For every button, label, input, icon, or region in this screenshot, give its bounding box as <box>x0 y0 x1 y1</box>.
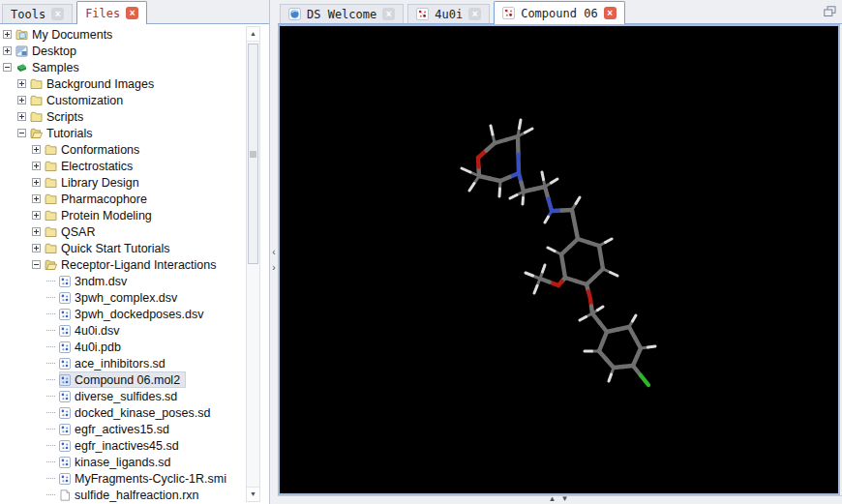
folder-open-icon <box>45 259 57 271</box>
tree-connector <box>46 346 55 347</box>
my-documents-icon <box>15 29 28 41</box>
expand-plus-icon[interactable] <box>32 178 41 187</box>
expand-plus-icon[interactable] <box>32 227 41 236</box>
tree-connector <box>46 330 55 331</box>
molecule-file-icon <box>59 309 71 320</box>
tree-item-quick-start-tutorials[interactable]: Quick Start Tutorials <box>0 240 269 256</box>
tree-item-my-documents[interactable]: My Documents <box>0 26 269 43</box>
horizontal-splitter[interactable]: ▴ ▾ <box>278 495 842 504</box>
tree-connector <box>46 494 55 495</box>
float-window-icon[interactable] <box>824 6 836 17</box>
tab-label: DS Welcome <box>307 8 376 21</box>
folder-icon <box>45 243 57 254</box>
tree-scrollbar[interactable]: ▲ ▼ <box>246 26 260 502</box>
tree-connector <box>46 478 55 479</box>
panel-tab-files[interactable]: Files× <box>76 1 147 24</box>
tree-item-pharmacophore[interactable]: Pharmacophore <box>0 191 269 207</box>
tree-item-qsar[interactable]: QSAR <box>0 223 269 240</box>
tree-item-diverse-sulfides-sd[interactable]: diverse_sulfides.sd <box>0 388 269 404</box>
tree-item-label: docked_kinase_poses.sd <box>75 406 210 420</box>
collapse-down-icon[interactable]: ▾ <box>562 493 570 503</box>
tree-item-label: sulfide_halfreaction.rxn <box>75 489 199 502</box>
tree-item-receptor-ligand-interactions[interactable]: Receptor-Ligand Interactions <box>0 256 269 273</box>
expand-plus-icon[interactable] <box>3 30 12 39</box>
molecule-file-icon <box>59 440 71 452</box>
tree-item-protein-modeling[interactable]: Protein Modeling <box>0 207 269 223</box>
tree-item-label: 3pwh_complex.dsv <box>75 291 177 305</box>
close-tab-icon[interactable]: × <box>468 8 481 20</box>
molecule-file-icon <box>59 391 71 402</box>
tree-item-label: Protein Modeling <box>61 209 152 222</box>
tree-item-samples[interactable]: Samples <box>0 59 269 75</box>
close-tab-icon[interactable]: × <box>382 8 395 20</box>
collapse-minus-icon[interactable] <box>17 129 26 137</box>
folder-icon <box>45 193 57 205</box>
tree-item-label: diverse_sulfides.sd <box>75 390 177 403</box>
scrollbar-thumb[interactable] <box>248 44 258 264</box>
tree-item-3ndm-dsv[interactable]: 3ndm.dsv <box>0 273 269 289</box>
tree-item-background-images[interactable]: Background Images <box>0 75 269 92</box>
document-tab-compound-06[interactable]: Compound 06× <box>494 1 624 24</box>
tree-item-customization[interactable]: Customization <box>0 92 269 108</box>
tree-item-sulfide-halfreaction-rxn[interactable]: sulfide_halfreaction.rxn <box>0 487 269 503</box>
tree-item-4u0i-dsv[interactable]: 4u0i.dsv <box>0 322 269 339</box>
tree-item-myfragments-cyclic-1r-smi[interactable]: MyFragments-Cyclic-1R.smi <box>0 470 269 487</box>
samples-icon <box>15 62 28 74</box>
tree-item-egfr-actives15-sd[interactable]: egfr_actives15.sd <box>0 421 269 437</box>
molecule-viewer-3d[interactable] <box>278 24 840 495</box>
tree-item-3pwh-complex-dsv[interactable]: 3pwh_complex.dsv <box>0 289 269 306</box>
close-tab-icon[interactable]: × <box>51 8 64 20</box>
folder-icon <box>45 226 57 238</box>
expand-plus-icon[interactable] <box>3 46 12 55</box>
tree-connector <box>46 297 55 298</box>
tree-item-label: Samples <box>32 61 79 74</box>
document-tab-bar: DS Welcome×4u0i×Compound 06× <box>278 0 842 24</box>
tree-connector <box>46 281 55 282</box>
panel-tab-tools[interactable]: Tools× <box>2 4 73 23</box>
expand-plus-icon[interactable] <box>32 162 41 170</box>
document-area: DS Welcome×4u0i×Compound 06× ▴ ▾ <box>278 0 842 504</box>
document-tab-4u0i[interactable]: 4u0i× <box>407 4 490 23</box>
molecule-render <box>280 26 838 493</box>
close-tab-icon[interactable]: × <box>604 7 616 19</box>
document-tab-ds-welcome[interactable]: DS Welcome× <box>280 4 404 23</box>
tree-item-docked-kinase-poses-sd[interactable]: docked_kinase_poses.sd <box>0 404 269 421</box>
expand-plus-icon[interactable] <box>17 79 26 88</box>
scroll-up-button[interactable]: ▲ <box>247 27 259 42</box>
expand-plus-icon[interactable] <box>32 194 41 203</box>
vertical-splitter[interactable]: ‹ › <box>270 0 278 504</box>
tree-item-electrostatics[interactable]: Electrostatics <box>0 158 269 174</box>
tree-item-library-design[interactable]: Library Design <box>0 174 269 191</box>
expand-right-icon[interactable]: › <box>270 262 278 274</box>
tree-item-compound-06-mol2[interactable]: Compound 06.mol2 <box>0 371 269 388</box>
tree-item-3pwh-dockedposes-dsv[interactable]: 3pwh_dockedposes.dsv <box>0 306 269 322</box>
tree-item-label: 3pwh_dockedposes.dsv <box>75 308 203 321</box>
tree-item-ace-inhibitors-sd[interactable]: ace_inhibitors.sd <box>0 355 269 371</box>
expand-plus-icon[interactable] <box>17 96 26 104</box>
tree-item-kinase-ligands-sd[interactable]: kinase_ligands.sd <box>0 454 269 470</box>
expand-plus-icon[interactable] <box>32 211 41 220</box>
tree-item-scripts[interactable]: Scripts <box>0 108 269 125</box>
scroll-down-button[interactable]: ▼ <box>247 487 259 501</box>
collapse-minus-icon[interactable] <box>32 260 41 269</box>
tree-item-label: Electrostatics <box>61 160 133 173</box>
tree-item-label: Desktop <box>32 44 76 58</box>
expand-plus-icon[interactable] <box>17 112 26 121</box>
tree-item-label: 3ndm.dsv <box>75 275 127 288</box>
tree-item-conformations[interactable]: Conformations <box>0 141 269 158</box>
tree-item-label: Customization <box>46 94 123 107</box>
tree-item-tutorials[interactable]: Tutorials <box>0 125 269 141</box>
collapse-up-icon[interactable]: ▴ <box>550 493 557 503</box>
collapse-minus-icon[interactable] <box>3 63 12 72</box>
tree-item-desktop[interactable]: Desktop <box>0 43 269 59</box>
molecule-icon <box>416 8 429 20</box>
application-window: Tools×Files× My DocumentsDesktopSamplesB… <box>0 0 842 504</box>
tree-item-label: ace_inhibitors.sd <box>75 357 165 371</box>
expand-plus-icon[interactable] <box>32 244 41 252</box>
close-tab-icon[interactable]: × <box>126 7 138 19</box>
molecule-icon <box>502 7 515 19</box>
expand-plus-icon[interactable] <box>32 145 41 154</box>
collapse-left-icon[interactable]: ‹ <box>270 247 278 258</box>
tree-item-egfr-inactives45-sd[interactable]: egfr_inactives45.sd <box>0 437 269 454</box>
tree-item-4u0i-pdb[interactable]: 4u0i.pdb <box>0 339 269 355</box>
